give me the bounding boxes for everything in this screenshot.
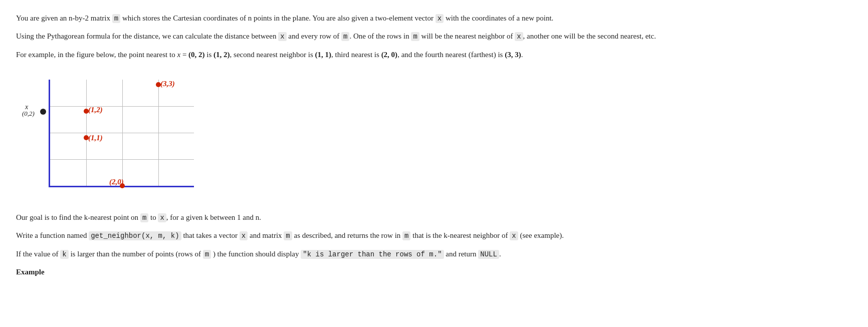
p5-mid4: that is the k-nearest neighbor of [410, 231, 510, 239]
label-1-2: (1,2) [88, 104, 103, 116]
p3-mid3: , third nearest is [331, 51, 381, 59]
p4-end: , for a given k between 1 and n. [166, 213, 261, 221]
grid-h3 [50, 159, 194, 160]
p4-to: to [148, 213, 158, 221]
p2-mid3: will be the nearest neighbor of [419, 32, 515, 40]
p3-x-italic: x [177, 51, 180, 59]
p3-pt4: (3, 3) [505, 51, 521, 59]
p3-mid: is [205, 51, 214, 59]
p2-start: Using the Pythagorean formula for the di… [16, 32, 278, 40]
p5-mid: that takes a vector [181, 231, 240, 239]
p3-pt1: (1, 2) [213, 51, 230, 59]
p1-x-code: x [436, 14, 444, 23]
p6-k: k [60, 250, 68, 259]
paragraph-6: If the value of k is larger than the num… [16, 248, 852, 260]
p2-x: x [278, 32, 286, 41]
p3-end: . [521, 51, 523, 59]
p2-mid2: . One of the rows in [349, 32, 411, 40]
p5-m2: m [402, 231, 410, 240]
p1-m-code: m [112, 14, 120, 23]
p6-null: NULL [478, 250, 499, 259]
p6-mid: is larger than the number of points (row… [69, 250, 203, 258]
p5-fn: get_neighbor(x, m, k) [89, 231, 181, 240]
p2-m2: m [411, 32, 419, 41]
p5-x2: x [510, 231, 518, 240]
p6-mid3: and return [444, 250, 479, 258]
p2-x2: x [515, 32, 523, 41]
p6-end: . [499, 250, 501, 258]
p4-m: m [140, 213, 148, 222]
p3-pt-eq: (0, 2) [188, 51, 205, 59]
p3-mid4: , and the fourth nearest (farthest) is [397, 51, 505, 59]
p5-mid2: and matrix [248, 231, 284, 239]
section-example-label: Example [16, 268, 45, 276]
p6-msg: "k is larger than the rows of m." [301, 250, 444, 259]
label-2-0: (2,0) [109, 176, 124, 188]
figure: (3,3) (1,2) (1,1) (2,0) x (0,2) [16, 75, 222, 200]
p5-m: m [284, 231, 292, 240]
label-3-3: (3,3) [160, 78, 175, 90]
p6-mid2: ) the function should display [211, 250, 301, 258]
paragraph-1: You are given an n-by-2 matrix m which s… [16, 12, 852, 24]
p6-start: If the value of [16, 250, 60, 258]
p5-start: Write a function named [16, 231, 89, 239]
p1-text-mid: which stores the Cartesian coordinates o… [120, 14, 436, 22]
graph-axes: (3,3) (1,2) (1,1) (2,0) [49, 80, 194, 187]
grid-h1 [50, 106, 194, 107]
p2-m: m [341, 32, 349, 41]
paragraph-5: Write a function named get_neighbor(x, m… [16, 229, 852, 241]
p6-m: m [203, 250, 211, 259]
grid-h2 [50, 133, 194, 133]
p3-start: For example, in the figure below, the po… [16, 51, 177, 59]
p4-x: x [158, 213, 166, 222]
p3-mid2: , second nearest neighbor is [230, 51, 315, 59]
p5-mid3: as described, and returns the row in [292, 231, 402, 239]
label-x-coord: (0,2) [22, 109, 35, 119]
section-example-title: Example [16, 266, 852, 278]
p5-x: x [240, 231, 248, 240]
paragraph-4: Our goal is to find the k-nearest point … [16, 211, 852, 223]
p2-mid4: , another one will be the second nearest… [523, 32, 656, 40]
label-1-1: (1,1) [88, 132, 103, 144]
p5-end: (see example). [518, 231, 564, 239]
p1-text-end: with the coordinates of a new point. [444, 14, 553, 22]
p1-text-start: You are given an n-by-2 matrix [16, 14, 112, 22]
p3-pt2: (1, 1) [315, 51, 332, 59]
paragraph-2: Using the Pythagorean formula for the di… [16, 30, 852, 42]
paragraph-3: For example, in the figure below, the po… [16, 49, 852, 61]
p4-start: Our goal is to find the k-nearest point … [16, 213, 140, 221]
p3-pt3: (2, 0) [381, 51, 398, 59]
p2-mid: and every row of [287, 32, 342, 40]
point-x [40, 109, 46, 115]
